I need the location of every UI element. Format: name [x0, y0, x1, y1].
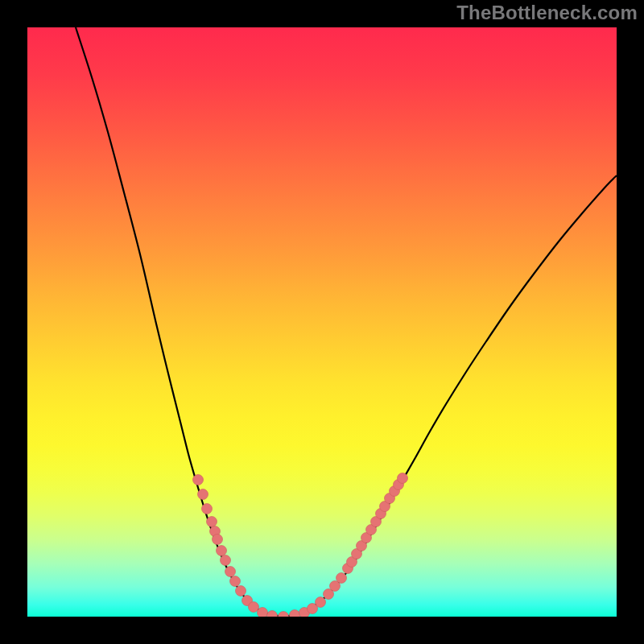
gradient-background [27, 27, 617, 617]
plot-area [27, 27, 617, 617]
chart-frame: TheBottleneck.com [0, 0, 644, 644]
watermark-text: TheBottleneck.com [456, 2, 638, 24]
